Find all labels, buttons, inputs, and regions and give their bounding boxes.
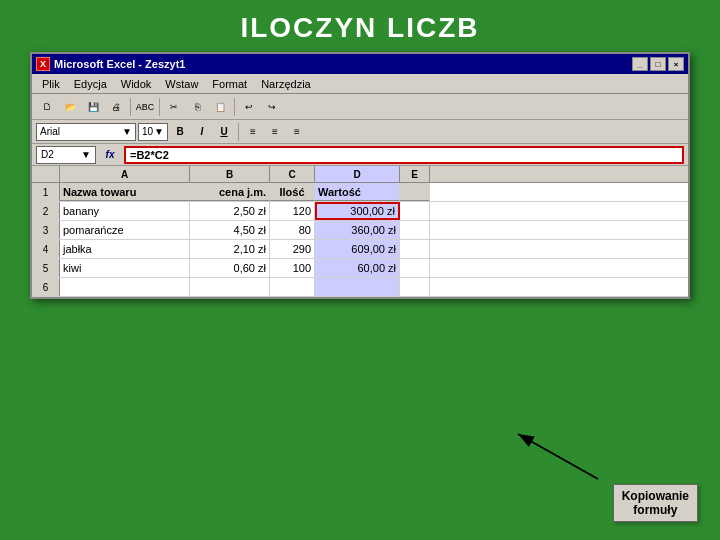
annotation-container: Kopiowanie formuły	[613, 484, 698, 522]
cell-e1[interactable]	[400, 183, 430, 201]
formula-bar: D2 ▼ fx =B2*C2	[32, 144, 688, 166]
page-title: ILOCZYN LICZB	[0, 0, 720, 52]
title-bar: X Microsoft Excel - Zeszyt1 _ □ ×	[32, 54, 688, 74]
cell-c4[interactable]: 290	[270, 240, 315, 258]
row-header-3: 3	[32, 221, 60, 239]
print-button[interactable]: 🖨	[105, 97, 127, 117]
save-button[interactable]: 💾	[82, 97, 104, 117]
paste-button[interactable]: 📋	[209, 97, 231, 117]
row-header-2: 2	[32, 202, 60, 220]
cell-a6[interactable]	[60, 278, 190, 296]
table-row: 4 jabłka 2,10 zł 290 609,00 zł	[32, 240, 688, 259]
toolbar-separator-3	[234, 98, 235, 116]
menu-bar: Plik Edycja Widok Wstaw Format Narzędzia	[32, 74, 688, 94]
maximize-button[interactable]: □	[650, 57, 666, 71]
align-left-button[interactable]: ≡	[243, 123, 263, 141]
cell-c5[interactable]: 100	[270, 259, 315, 277]
cell-ref-value: D2	[41, 149, 54, 160]
col-header-c: C	[270, 166, 315, 182]
table-row: 5 kiwi 0,60 zł 100 60,00 zł	[32, 259, 688, 278]
annotation-box: Kopiowanie formuły	[613, 484, 698, 522]
font-name: Arial	[40, 126, 60, 137]
cell-c3[interactable]: 80	[270, 221, 315, 239]
cell-b6[interactable]	[190, 278, 270, 296]
arrow-svg	[498, 424, 618, 484]
svg-line-1	[518, 434, 598, 479]
format-separator	[238, 123, 239, 141]
underline-button[interactable]: U	[214, 123, 234, 141]
excel-icon: X	[36, 57, 50, 71]
window-title: Microsoft Excel - Zeszyt1	[54, 58, 185, 70]
open-button[interactable]: 📂	[59, 97, 81, 117]
table-row: 1 Nazwa towaru cena j.m. Ilość Wartość	[32, 183, 688, 202]
toolbar-separator-2	[159, 98, 160, 116]
menu-edycja[interactable]: Edycja	[68, 77, 113, 91]
font-dropdown-icon: ▼	[122, 126, 132, 137]
formula-input[interactable]: =B2*C2	[124, 146, 684, 164]
align-right-button[interactable]: ≡	[287, 123, 307, 141]
cell-e2[interactable]	[400, 202, 430, 220]
bold-button[interactable]: B	[170, 123, 190, 141]
cell-e4[interactable]	[400, 240, 430, 258]
menu-widok[interactable]: Widok	[115, 77, 158, 91]
spell-button[interactable]: ABC	[134, 97, 156, 117]
cell-reference-box[interactable]: D2 ▼	[36, 146, 96, 164]
close-button[interactable]: ×	[668, 57, 684, 71]
cell-d3[interactable]: 360,00 zł	[315, 221, 400, 239]
spreadsheet: A B C D E 1 Nazwa towaru cena j.m. Ilość…	[32, 166, 688, 297]
format-bar: Arial ▼ 10 ▼ B I U ≡ ≡ ≡	[32, 120, 688, 144]
toolbar: 🗋 📂 💾 🖨 ABC ✂ ⎘ 📋 ↩ ↪	[32, 94, 688, 120]
cell-a5[interactable]: kiwi	[60, 259, 190, 277]
annotation-line1: Kopiowanie	[622, 489, 689, 503]
menu-plik[interactable]: Plik	[36, 77, 66, 91]
cell-a1[interactable]: Nazwa towaru	[60, 183, 190, 201]
cell-a3[interactable]: pomarańcze	[60, 221, 190, 239]
cell-b5[interactable]: 0,60 zł	[190, 259, 270, 277]
cell-a4[interactable]: jabłka	[60, 240, 190, 258]
col-header-e: E	[400, 166, 430, 182]
redo-button[interactable]: ↪	[261, 97, 283, 117]
minimize-button[interactable]: _	[632, 57, 648, 71]
excel-window: X Microsoft Excel - Zeszyt1 _ □ × Plik E…	[30, 52, 690, 299]
menu-format[interactable]: Format	[206, 77, 253, 91]
table-row: 2 banany 2,50 zł 120 300,00 zł	[32, 202, 688, 221]
table-row: 3 pomarańcze 4,50 zł 80 360,00 zł	[32, 221, 688, 240]
cell-e3[interactable]	[400, 221, 430, 239]
cell-b3[interactable]: 4,50 zł	[190, 221, 270, 239]
col-header-b: B	[190, 166, 270, 182]
cell-d6[interactable]	[315, 278, 400, 296]
window-controls: _ □ ×	[632, 57, 684, 71]
italic-button[interactable]: I	[192, 123, 212, 141]
fx-label: fx	[100, 147, 120, 163]
undo-button[interactable]: ↩	[238, 97, 260, 117]
col-header-a: A	[60, 166, 190, 182]
new-button[interactable]: 🗋	[36, 97, 58, 117]
font-selector[interactable]: Arial ▼	[36, 123, 136, 141]
corner-cell	[32, 166, 60, 182]
cell-d1[interactable]: Wartość	[315, 183, 400, 201]
annotation-line2: formuły	[633, 503, 677, 517]
cell-d2[interactable]: 300,00 zł	[315, 202, 400, 220]
menu-wstaw[interactable]: Wstaw	[159, 77, 204, 91]
cell-c1[interactable]: Ilość	[270, 183, 315, 201]
cell-b2[interactable]: 2,50 zł	[190, 202, 270, 220]
column-headers: A B C D E	[32, 166, 688, 183]
cell-d5[interactable]: 60,00 zł	[315, 259, 400, 277]
cell-c6[interactable]	[270, 278, 315, 296]
align-center-button[interactable]: ≡	[265, 123, 285, 141]
cell-d4[interactable]: 609,00 zł	[315, 240, 400, 258]
table-row: 6	[32, 278, 688, 297]
col-header-d: D	[315, 166, 400, 182]
cell-e5[interactable]	[400, 259, 430, 277]
cell-b4[interactable]: 2,10 zł	[190, 240, 270, 258]
font-size-selector[interactable]: 10 ▼	[138, 123, 168, 141]
cell-e6[interactable]	[400, 278, 430, 296]
menu-narzedzia[interactable]: Narzędzia	[255, 77, 317, 91]
cellref-dropdown-icon: ▼	[81, 149, 91, 160]
cut-button[interactable]: ✂	[163, 97, 185, 117]
cell-c2[interactable]: 120	[270, 202, 315, 220]
cell-a2[interactable]: banany	[60, 202, 190, 220]
cell-b1[interactable]: cena j.m.	[190, 183, 270, 201]
row-header-1: 1	[32, 183, 60, 201]
copy-button[interactable]: ⎘	[186, 97, 208, 117]
